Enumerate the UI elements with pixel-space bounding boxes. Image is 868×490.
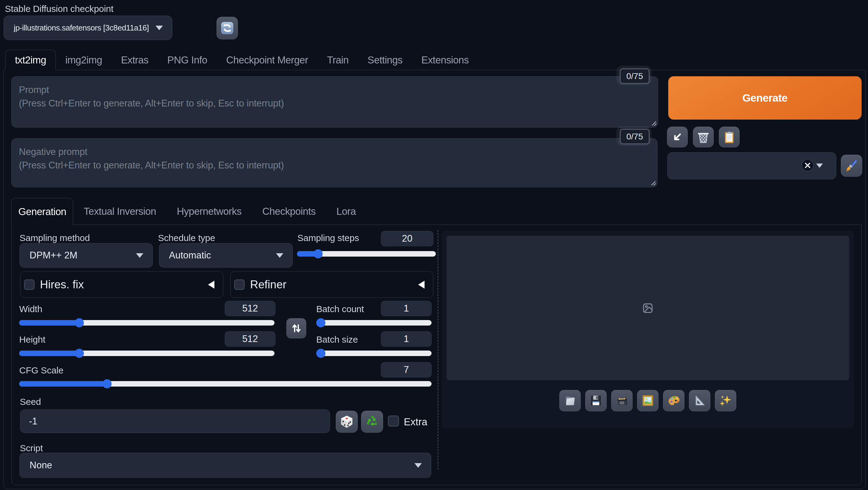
framed-picture-icon bbox=[641, 394, 655, 408]
refiner-checkbox[interactable] bbox=[234, 279, 245, 290]
floppy-disk-icon bbox=[589, 394, 603, 408]
result-image-area[interactable] bbox=[446, 236, 849, 380]
chevron-down-icon bbox=[276, 253, 283, 258]
slider-fill bbox=[19, 350, 79, 356]
sampling-steps-slider[interactable] bbox=[297, 251, 436, 256]
paste-params-button[interactable] bbox=[719, 127, 740, 147]
accordion-arrow-icon bbox=[418, 281, 425, 288]
save-image-button[interactable] bbox=[585, 390, 607, 411]
cfg-scale-slider[interactable] bbox=[19, 381, 432, 387]
tab-extensions[interactable]: Extensions bbox=[412, 50, 478, 70]
tab-txt2img[interactable]: txt2img bbox=[5, 50, 56, 70]
apply-styles-button[interactable] bbox=[841, 155, 862, 177]
random-seed-button[interactable] bbox=[336, 411, 358, 433]
save-zip-button[interactable] bbox=[611, 390, 632, 411]
schedule-type-label: Schedule type bbox=[158, 233, 215, 243]
main-tab-bar: txt2img img2img Extras PNG Info Checkpoi… bbox=[5, 50, 478, 70]
script-label: Script bbox=[20, 443, 43, 453]
generate-button[interactable]: Generate bbox=[668, 76, 862, 120]
accordion-arrow-icon bbox=[208, 281, 214, 288]
script-dropdown[interactable]: None bbox=[20, 453, 431, 478]
chevron-down-icon bbox=[136, 253, 143, 258]
seed-input[interactable]: -1 bbox=[20, 409, 330, 433]
batch-count-input[interactable]: 1 bbox=[381, 301, 432, 316]
slider-knob[interactable] bbox=[102, 379, 112, 389]
resize-handle-icon[interactable] bbox=[651, 180, 656, 186]
styles-chevron-down-icon[interactable] bbox=[816, 163, 823, 168]
clear-styles-button[interactable] bbox=[802, 159, 814, 172]
sparkles-icon bbox=[718, 394, 733, 408]
sampling-method-dropdown[interactable]: DPM++ 2M bbox=[20, 243, 153, 268]
tab-checkpoint-merger[interactable]: Checkpoint Merger bbox=[217, 50, 318, 70]
negative-prompt-placeholder-line2: (Press Ctrl+Enter to generate, Alt+Enter… bbox=[19, 159, 650, 172]
hires-fix-label: Hires. fix bbox=[40, 278, 84, 291]
extra-seed-checkbox[interactable] bbox=[388, 416, 399, 427]
triangular-ruler-icon bbox=[693, 394, 707, 408]
tab-generation[interactable]: Generation bbox=[11, 198, 73, 225]
prompt-placeholder-line2: (Press Ctrl+Enter to generate, Alt+Enter… bbox=[19, 97, 651, 110]
sub-tab-bar: Generation Textual Inversion Hypernetwor… bbox=[11, 198, 366, 225]
sampling-steps-input[interactable]: 20 bbox=[381, 231, 433, 246]
checkpoint-dropdown[interactable]: jp-illustrations.safetensors [3c8ed11a16… bbox=[4, 16, 172, 40]
tab-lora[interactable]: Lora bbox=[326, 198, 366, 225]
prompt-placeholder-line1: Prompt bbox=[19, 83, 651, 97]
column-divider bbox=[438, 230, 438, 469]
result-gallery-panel bbox=[442, 231, 854, 428]
sampling-method-label: Sampling method bbox=[20, 233, 90, 243]
x-icon bbox=[804, 162, 811, 169]
hires-fix-accordion[interactable]: Hires. fix bbox=[20, 271, 223, 298]
slider-knob[interactable] bbox=[313, 249, 323, 258]
send-to-extras-button[interactable] bbox=[689, 390, 710, 411]
cfg-scale-input[interactable]: 7 bbox=[381, 362, 432, 377]
tab-extras[interactable]: Extras bbox=[112, 50, 158, 70]
tab-train[interactable]: Train bbox=[317, 50, 358, 70]
batch-size-slider[interactable] bbox=[316, 350, 432, 356]
refiner-accordion[interactable]: Refiner bbox=[230, 271, 433, 298]
height-input[interactable]: 512 bbox=[225, 331, 275, 346]
tab-checkpoints[interactable]: Checkpoints bbox=[252, 198, 326, 225]
open-folder-button[interactable] bbox=[559, 390, 581, 411]
width-label: Width bbox=[19, 304, 42, 314]
recycle-icon bbox=[365, 415, 379, 429]
extra-seed-label: Extra bbox=[404, 416, 427, 428]
palette-icon bbox=[667, 394, 681, 408]
prompt-textarea[interactable]: Prompt (Press Ctrl+Enter to generate, Al… bbox=[11, 76, 658, 127]
slider-knob[interactable] bbox=[75, 349, 84, 358]
slider-knob[interactable] bbox=[316, 349, 326, 358]
height-slider[interactable] bbox=[19, 350, 275, 356]
slider-fill bbox=[19, 381, 107, 387]
prompt-token-counter: 0/75 bbox=[620, 68, 650, 84]
swap-dimensions-button[interactable] bbox=[286, 318, 306, 338]
refresh-checkpoints-button[interactable] bbox=[217, 17, 238, 39]
reuse-seed-button[interactable] bbox=[361, 411, 383, 433]
slider-knob[interactable] bbox=[75, 318, 84, 327]
restore-progress-button[interactable] bbox=[667, 127, 688, 147]
negative-token-counter: 0/75 bbox=[620, 129, 650, 144]
tab-hypernetworks[interactable]: Hypernetworks bbox=[166, 198, 252, 225]
chevron-down-icon bbox=[414, 463, 422, 468]
negative-prompt-textarea[interactable]: Negative prompt (Press Ctrl+Enter to gen… bbox=[11, 138, 657, 187]
resize-handle-icon[interactable] bbox=[651, 121, 657, 126]
slider-knob[interactable] bbox=[316, 318, 326, 327]
schedule-type-dropdown[interactable]: Automatic bbox=[159, 243, 293, 268]
tab-settings[interactable]: Settings bbox=[358, 50, 412, 70]
send-to-img2img-button[interactable] bbox=[637, 390, 658, 411]
batch-size-label: Batch size bbox=[316, 334, 358, 345]
clear-prompt-button[interactable] bbox=[693, 127, 714, 147]
tab-img2img[interactable]: img2img bbox=[56, 50, 112, 70]
upscale-button[interactable] bbox=[715, 390, 736, 411]
width-slider[interactable] bbox=[19, 320, 275, 326]
send-to-inpaint-button[interactable] bbox=[663, 390, 684, 411]
batch-size-input[interactable]: 1 bbox=[381, 331, 432, 346]
checkpoint-label: Stable Diffusion checkpoint bbox=[5, 4, 114, 14]
width-input[interactable]: 512 bbox=[225, 301, 275, 316]
tab-textual-inversion[interactable]: Textual Inversion bbox=[73, 198, 166, 225]
seed-label: Seed bbox=[20, 397, 41, 407]
batch-count-label: Batch count bbox=[316, 304, 364, 314]
checkpoint-value: jp-illustrations.safetensors [3c8ed11a16… bbox=[14, 23, 156, 33]
tab-png-info[interactable]: PNG Info bbox=[158, 50, 217, 70]
batch-count-slider[interactable] bbox=[316, 320, 432, 326]
slider-fill bbox=[19, 320, 79, 326]
hires-fix-checkbox[interactable] bbox=[24, 279, 34, 290]
trash-icon bbox=[696, 130, 710, 144]
